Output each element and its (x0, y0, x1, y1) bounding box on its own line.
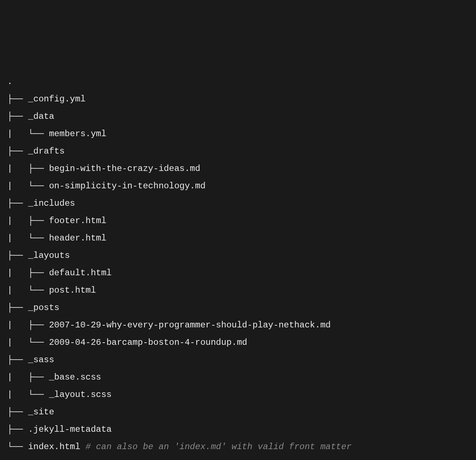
tree-prefix: | └── (7, 233, 49, 243)
tree-line: | └── 2009-04-26-barcamp-boston-4-roundu… (7, 334, 469, 351)
tree-filename: post.html (49, 285, 96, 295)
tree-dirname: _drafts (28, 146, 65, 156)
tree-comment: # can also be an 'index.md' with valid f… (80, 442, 352, 452)
tree-line: ├── .jekyll-metadata (7, 421, 469, 438)
tree-prefix: ├── (7, 251, 28, 260)
tree-dirname: _includes (28, 198, 75, 208)
tree-filename: footer.html (49, 216, 106, 226)
tree-line: | ├── begin-with-the-crazy-ideas.md (7, 160, 469, 177)
tree-root: . (7, 73, 469, 91)
tree-prefix: | └── (7, 338, 49, 347)
tree-line: | └── header.html (7, 230, 469, 247)
tree-line: └── index.html # can also be an 'index.m… (7, 438, 469, 456)
tree-filename: 2007-10-29-why-every-programmer-should-p… (49, 320, 331, 330)
tree-prefix: ├── (7, 146, 28, 156)
tree-filename: header.html (49, 233, 106, 243)
directory-tree: .├── _config.yml├── _data| └── members.y… (7, 73, 469, 456)
tree-line: ├── _includes (7, 195, 469, 212)
tree-line: | └── on-simplicity-in-technology.md (7, 177, 469, 195)
tree-prefix: | ├── (7, 320, 49, 330)
tree-line: | └── _layout.scss (7, 386, 469, 403)
tree-filename: .jekyll-metadata (28, 425, 112, 434)
tree-line: ├── _data (7, 108, 469, 125)
tree-dirname: _layouts (28, 251, 70, 260)
tree-filename: members.yml (49, 129, 106, 139)
tree-filename: begin-with-the-crazy-ideas.md (49, 164, 200, 173)
tree-prefix: ├── (7, 303, 28, 313)
tree-line: | └── members.yml (7, 125, 469, 143)
tree-dirname: _sass (28, 355, 54, 365)
tree-prefix: ├── (7, 407, 28, 417)
tree-filename: _config.yml (28, 94, 85, 104)
tree-prefix: | ├── (7, 216, 49, 226)
tree-line: | ├── 2007-10-29-why-every-programmer-sh… (7, 317, 469, 334)
tree-prefix: | └── (7, 285, 49, 295)
tree-line: ├── _site (7, 403, 469, 421)
tree-line: ├── _layouts (7, 247, 469, 264)
tree-dirname: _data (28, 112, 54, 121)
tree-prefix: | ├── (7, 372, 49, 382)
tree-prefix: | ├── (7, 164, 49, 173)
tree-line: | └── post.html (7, 282, 469, 299)
tree-prefix: | └── (7, 129, 49, 139)
tree-line: ├── _drafts (7, 143, 469, 160)
tree-line: | ├── default.html (7, 264, 469, 282)
tree-prefix: ├── (7, 198, 28, 208)
tree-prefix: ├── (7, 94, 28, 104)
tree-prefix: | └── (7, 390, 49, 400)
tree-prefix: ├── (7, 425, 28, 434)
tree-filename: index.html (28, 442, 80, 452)
tree-line: ├── _sass (7, 351, 469, 369)
tree-line: ├── _config.yml (7, 91, 469, 108)
tree-filename: 2009-04-26-barcamp-boston-4-roundup.md (49, 338, 247, 347)
tree-prefix: ├── (7, 355, 28, 365)
tree-prefix: ├── (7, 112, 28, 121)
tree-dirname: _posts (28, 303, 59, 313)
tree-filename: default.html (49, 268, 112, 278)
tree-prefix: | └── (7, 181, 49, 191)
tree-dirname: _site (28, 407, 54, 417)
tree-prefix: └── (7, 442, 28, 452)
tree-filename: _base.scss (49, 372, 101, 382)
tree-filename: _layout.scss (49, 390, 112, 400)
tree-line: ├── _posts (7, 299, 469, 317)
tree-filename: on-simplicity-in-technology.md (49, 181, 205, 191)
tree-prefix: | ├── (7, 268, 49, 278)
tree-line: | ├── _base.scss (7, 369, 469, 386)
tree-line: | ├── footer.html (7, 212, 469, 230)
